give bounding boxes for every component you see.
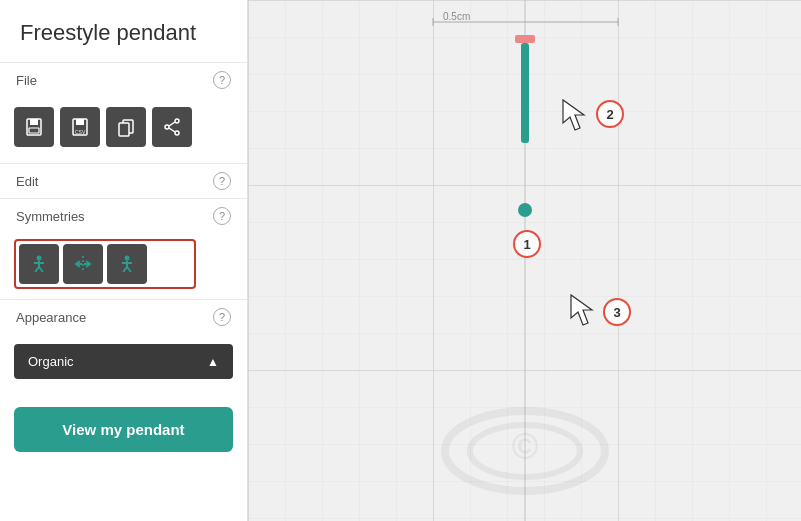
- svg-line-12: [169, 128, 175, 132]
- sym-btn-1[interactable]: [19, 244, 59, 284]
- page-title: Freestyle pendant: [0, 0, 247, 62]
- svg-rect-2: [29, 128, 39, 133]
- appearance-section-header[interactable]: Appearance ?: [0, 300, 247, 334]
- save-csv-button[interactable]: CSV: [60, 107, 100, 147]
- file-buttons-group: CSV: [14, 103, 233, 153]
- svg-point-13: [37, 256, 42, 261]
- svg-line-11: [169, 122, 175, 126]
- file-help-icon[interactable]: ?: [213, 71, 231, 89]
- symmetries-buttons-wrapper: [14, 239, 196, 289]
- sym-btn-2[interactable]: [63, 244, 103, 284]
- annotation-1: 1: [513, 230, 541, 258]
- scale-label: 0.5cm: [443, 11, 470, 22]
- sym-icon-2: [72, 253, 94, 275]
- watermark: ©: [435, 401, 615, 501]
- save-button[interactable]: [14, 107, 54, 147]
- symmetries-section: Symmetries ?: [0, 198, 247, 299]
- edit-section: Edit ?: [0, 163, 247, 198]
- edit-section-label: Edit: [16, 174, 38, 189]
- svg-rect-1: [30, 119, 38, 125]
- edit-section-header[interactable]: Edit ?: [0, 164, 247, 198]
- appearance-section: Appearance ? Organic ▲: [0, 299, 247, 389]
- annotation-2: 2: [596, 100, 624, 128]
- svg-text:©: ©: [511, 426, 538, 467]
- file-section: File ? CSV: [0, 62, 247, 163]
- appearance-section-label: Appearance: [16, 310, 86, 325]
- svg-line-17: [39, 267, 43, 272]
- view-pendant-button[interactable]: View my pendant: [14, 407, 233, 452]
- chevron-down-icon: ▲: [207, 355, 219, 369]
- share-button[interactable]: [152, 107, 192, 147]
- svg-line-25: [127, 267, 131, 272]
- appearance-help-icon[interactable]: ?: [213, 308, 231, 326]
- svg-rect-32: [515, 35, 535, 43]
- sym-icon-1: [28, 253, 50, 275]
- sym-btn-3[interactable]: [107, 244, 147, 284]
- save-csv-icon: CSV: [70, 117, 90, 137]
- file-section-content: CSV: [0, 97, 247, 163]
- appearance-section-content: Organic ▲: [0, 334, 247, 389]
- arrow-cursor-2: [558, 95, 598, 135]
- copy-icon: [116, 117, 136, 137]
- svg-point-9: [175, 131, 179, 135]
- symmetries-section-header[interactable]: Symmetries ?: [0, 199, 247, 233]
- sidebar: Freestyle pendant File ?: [0, 0, 248, 521]
- svg-rect-7: [119, 123, 129, 136]
- appearance-dropdown-value: Organic: [28, 354, 74, 369]
- svg-point-34: [518, 203, 532, 217]
- share-icon: [162, 117, 182, 137]
- copy-button[interactable]: [106, 107, 146, 147]
- svg-text:CSV: CSV: [75, 129, 86, 135]
- svg-point-21: [125, 256, 130, 261]
- svg-marker-36: [571, 295, 592, 325]
- sym-icon-3: [116, 253, 138, 275]
- file-section-label: File: [16, 73, 37, 88]
- file-section-header[interactable]: File ?: [0, 63, 247, 97]
- svg-rect-33: [521, 43, 529, 143]
- svg-point-10: [165, 125, 169, 129]
- save-icon: [24, 117, 44, 137]
- svg-point-8: [175, 119, 179, 123]
- arrow-cursor-3: [566, 290, 606, 330]
- canvas-area: 0.5cm 1 2 3 ©: [248, 0, 801, 521]
- symmetries-section-content: [0, 233, 247, 299]
- symmetries-section-label: Symmetries: [16, 209, 85, 224]
- sym-empty-slot: [151, 244, 191, 284]
- edit-help-icon[interactable]: ?: [213, 172, 231, 190]
- appearance-dropdown[interactable]: Organic ▲: [14, 344, 233, 379]
- annotation-3: 3: [603, 298, 631, 326]
- symmetries-help-icon[interactable]: ?: [213, 207, 231, 225]
- svg-rect-4: [76, 119, 84, 125]
- svg-marker-35: [563, 100, 584, 130]
